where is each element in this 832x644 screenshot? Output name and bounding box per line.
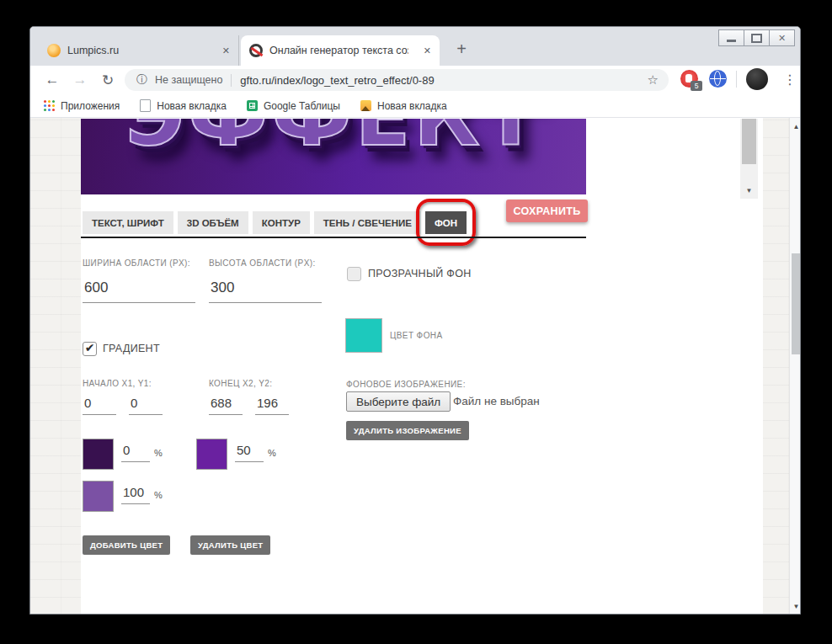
- tab-outline[interactable]: КОНТУР: [253, 211, 310, 234]
- extension-badge: 5: [691, 81, 702, 91]
- bookmark-apps[interactable]: Приложения: [44, 100, 120, 112]
- window-controls: ✕: [719, 29, 795, 46]
- address-bar[interactable]: ⓘ Не защищено gfto.ru/index/logo_text_re…: [125, 69, 669, 91]
- gradient-checkbox[interactable]: ✔: [83, 342, 97, 356]
- gradient-start-label: НАЧАЛО X1, Y1:: [83, 379, 152, 388]
- preview-banner: ЭФФЕКТ: [81, 119, 586, 194]
- scroll-down-icon[interactable]: ▼: [740, 187, 758, 194]
- gradient-stop-2-percent-input[interactable]: [235, 443, 264, 462]
- bookmark-new-tab-2[interactable]: Новая вкладка: [360, 100, 447, 112]
- sheets-icon: [247, 100, 258, 111]
- tab-strip: Lumpics.ru ✕ Онлайн генератор текста соз…: [30, 27, 800, 66]
- browser-tab-lumpics[interactable]: Lumpics.ru ✕: [39, 35, 239, 66]
- width-input[interactable]: [83, 279, 195, 303]
- reload-button[interactable]: ↻: [96, 68, 120, 92]
- transparent-bg-checkbox[interactable]: [347, 267, 361, 281]
- remove-color-button[interactable]: УДАЛИТЬ ЦВЕТ: [190, 535, 270, 555]
- bookmarks-bar: Приложения Новая вкладка Google Таблицы …: [30, 94, 800, 118]
- choose-file-button[interactable]: Выберите файл: [346, 391, 451, 412]
- bookmark-label: Приложения: [61, 100, 120, 112]
- bookmark-label: Новая вкладка: [157, 100, 227, 112]
- add-color-button[interactable]: ДОБАВИТЬ ЦВЕТ: [83, 535, 170, 555]
- bookmark-label: Новая вкладка: [377, 100, 447, 112]
- gradient-stop-1-percent-input[interactable]: [121, 443, 150, 462]
- background-image-label: ФОНОВОЕ ИЗОБРАЖЕНИЕ:: [346, 380, 466, 389]
- percent-sign: %: [154, 448, 163, 458]
- gradient-label: ГРАДИЕНТ: [103, 343, 160, 354]
- close-tab-icon[interactable]: ✕: [222, 45, 230, 56]
- maximize-button[interactable]: [744, 29, 770, 46]
- browser-tab-generator[interactable]: Онлайн генератор текста созда ✕: [241, 35, 440, 66]
- tab-3d-volume[interactable]: 3D ОБЪЁМ: [178, 211, 248, 234]
- tab-background[interactable]: ФОН: [425, 211, 467, 234]
- gradient-stop-3-percent-input[interactable]: [121, 485, 150, 504]
- bookmark-new-tab-1[interactable]: Новая вкладка: [140, 99, 227, 112]
- apps-grid-icon: [44, 100, 55, 111]
- tab-text-font[interactable]: ТЕКСТ, ШРИФТ: [83, 211, 173, 234]
- bookmark-star-icon[interactable]: ☆: [648, 72, 659, 88]
- height-input[interactable]: [209, 279, 322, 303]
- close-window-button[interactable]: ✕: [769, 29, 795, 46]
- check-icon: ✔: [85, 341, 95, 354]
- preview-text: ЭФФЕКТ: [81, 119, 586, 164]
- editor-tabs: ТЕКСТ, ШРИФТ 3D ОБЪЁМ КОНТУР ТЕНЬ / СВЕЧ…: [83, 211, 467, 234]
- close-tab-icon[interactable]: ✕: [424, 45, 431, 56]
- lumpics-favicon-icon: [47, 44, 61, 57]
- transparent-bg-label: ПРОЗРАЧНЫЙ ФОН: [368, 268, 472, 279]
- page-viewport: ЭФФЕКТ ▼ СОХРАНИТЬ ТЕКСТ, ШРИФТ 3D ОБЪЁМ…: [30, 118, 801, 615]
- start-x-input[interactable]: [83, 396, 116, 415]
- tab-shadow-glow[interactable]: ТЕНЬ / СВЕЧЕНИЕ: [314, 211, 421, 234]
- page-icon: [140, 99, 151, 112]
- gradient-stop-3-swatch[interactable]: [83, 481, 114, 512]
- background-color-swatch[interactable]: [345, 318, 382, 353]
- browser-toolbar: ← → ↻ ⓘ Не защищено gfto.ru/index/logo_t…: [30, 66, 800, 94]
- gradient-stop-2-swatch[interactable]: [196, 439, 227, 470]
- gradient-stop-1-swatch[interactable]: [83, 439, 114, 470]
- image-icon: [360, 100, 371, 111]
- browser-menu-button[interactable]: ⋮: [780, 69, 800, 89]
- maximize-icon: [751, 34, 762, 43]
- security-label: Не защищено: [155, 74, 222, 86]
- scroll-down-icon[interactable]: ▼: [790, 603, 801, 610]
- file-status-text: Файл не выбран: [453, 395, 540, 407]
- scroll-up-icon[interactable]: ▲: [790, 123, 801, 130]
- profile-avatar[interactable]: [746, 68, 768, 90]
- minimize-icon: [727, 40, 736, 42]
- forward-button: →: [68, 68, 92, 92]
- bookmark-google-sheets[interactable]: Google Таблицы: [247, 100, 340, 112]
- close-icon: ✕: [778, 33, 786, 44]
- end-y-input[interactable]: [255, 396, 289, 415]
- generator-favicon-icon: [249, 44, 263, 57]
- toolbar-separator: [736, 71, 737, 88]
- start-y-input[interactable]: [129, 396, 163, 415]
- gradient-end-label: КОНЕЦ X2, Y2:: [209, 379, 272, 388]
- bookmark-label: Google Таблицы: [264, 100, 340, 112]
- tab-title: Онлайн генератор текста созда: [269, 45, 408, 56]
- tab-label: ФОН: [435, 218, 457, 228]
- globe-extension-icon[interactable]: [709, 70, 727, 88]
- back-button[interactable]: ←: [40, 68, 64, 92]
- minimize-button[interactable]: [718, 29, 744, 46]
- scrollbar-thumb[interactable]: [742, 119, 756, 164]
- preview-scrollbar[interactable]: ▼: [740, 119, 758, 199]
- tabs-underline: [81, 237, 586, 238]
- background-color-label: ЦВЕТ ФОНА: [390, 331, 443, 340]
- height-label: ВЫСОТА ОБЛАСТИ (PX):: [209, 258, 316, 268]
- remove-image-button[interactable]: УДАЛИТЬ ИЗОБРАЖЕНИЕ: [346, 421, 469, 440]
- percent-sign: %: [268, 448, 276, 458]
- scrollbar-thumb[interactable]: [792, 253, 801, 354]
- width-label: ШИРИНА ОБЛАСТИ (PX):: [83, 258, 190, 268]
- page-scrollbar[interactable]: ▲ ▼: [789, 118, 801, 615]
- address-divider: [231, 74, 232, 87]
- browser-window: Lumpics.ru ✕ Онлайн генератор текста соз…: [29, 26, 801, 615]
- url-text[interactable]: gfto.ru/index/logo_text_retro_effect/0-8…: [240, 74, 434, 87]
- tab-title: Lumpics.ru: [67, 45, 119, 56]
- new-tab-button[interactable]: +: [450, 37, 473, 61]
- percent-sign: %: [154, 490, 163, 500]
- save-button[interactable]: СОХРАНИТЬ: [506, 200, 588, 222]
- end-x-input[interactable]: [209, 396, 243, 415]
- info-icon[interactable]: ⓘ: [136, 72, 147, 88]
